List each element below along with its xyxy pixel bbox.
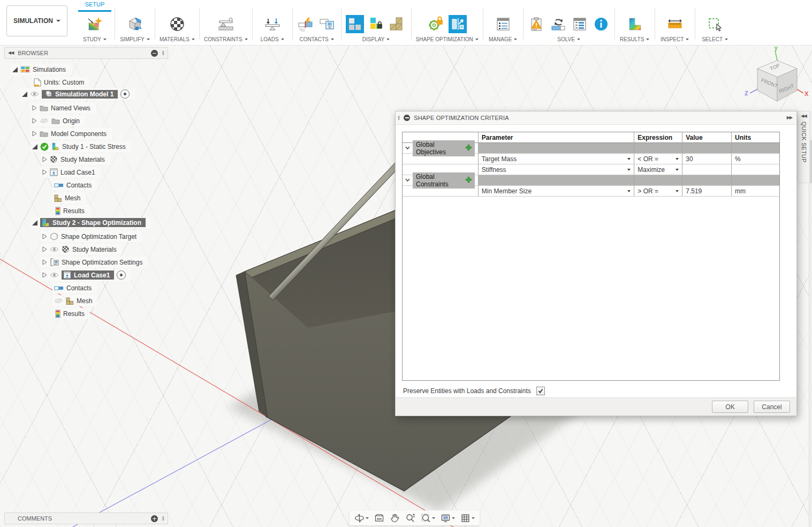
tree-row-mesh-study1[interactable]: Mesh [52, 192, 86, 204]
display-settings-button[interactable] [439, 512, 457, 524]
eye-off-icon[interactable] [54, 298, 63, 304]
loads-menu[interactable]: LOADS [261, 36, 284, 42]
shape-optimization-menu[interactable]: SHAPE OPTIMIZATION [416, 36, 479, 42]
expression-dropdown[interactable]: Maximize [634, 164, 682, 175]
zoom-button[interactable] [404, 512, 417, 524]
expression-dropdown[interactable]: > OR = [634, 186, 682, 197]
expander-closed-icon[interactable] [42, 272, 47, 278]
expander-closed-icon[interactable] [32, 131, 37, 137]
tree-row-named-views[interactable]: Named Views [31, 102, 96, 114]
contacts-menu[interactable]: CONTACTS [299, 36, 333, 42]
value-field[interactable]: 30 [682, 154, 731, 164]
browser-header[interactable]: ◀◀ BROWSER ‖ [4, 47, 168, 59]
value-field[interactable]: 7.519 [682, 186, 731, 197]
measure-icon[interactable] [666, 15, 684, 33]
eye-icon[interactable] [50, 246, 59, 252]
materials-icon[interactable] [168, 15, 186, 33]
dialog-titlebar[interactable]: ‖ SHAPE OPTIMIZATION CRITERIA ▶▶ [396, 111, 796, 125]
group-chevron-icon[interactable] [405, 177, 411, 184]
eye-icon[interactable] [50, 272, 59, 278]
tree-row-contacts-study1[interactable]: Contacts [52, 179, 97, 191]
group-chevron-icon[interactable] [405, 145, 411, 152]
inspect-menu[interactable]: INSPECT [661, 36, 689, 42]
simplify-menu[interactable]: SIMPLIFY [120, 36, 150, 42]
tree-row-results-study1[interactable]: Results [54, 205, 90, 216]
eye-icon[interactable] [30, 91, 39, 97]
degrees-of-freedom-icon[interactable] [367, 15, 385, 33]
materials-menu[interactable]: MATERIALS [160, 36, 195, 42]
zoom-window-button[interactable] [419, 512, 437, 524]
contacts-icon[interactable] [297, 15, 315, 33]
constraints-icon[interactable] [217, 15, 235, 33]
new-study-icon[interactable] [86, 15, 104, 33]
expander-closed-icon[interactable] [32, 118, 37, 124]
constraints-menu[interactable]: CONSTRAINTS [204, 36, 248, 42]
comments-bar[interactable]: COMMENTS ‖ [4, 513, 168, 524]
quick-setup-tab[interactable]: ◀◀ QUICK SETUP [798, 111, 810, 183]
browser-grip[interactable]: ‖ [162, 50, 164, 56]
solve-details-icon[interactable] [571, 15, 589, 33]
manage-menu[interactable]: MANAGE [489, 36, 517, 42]
expression-dropdown[interactable]: < OR = [634, 154, 682, 164]
collapse-browser-icon[interactable]: ◀◀ [8, 51, 13, 55]
cancel-button[interactable]: Cancel [754, 401, 790, 413]
mesh-display-icon[interactable] [389, 15, 407, 33]
loads-icon[interactable] [263, 15, 282, 33]
tree-row-units[interactable]: Units: Custom [32, 77, 89, 88]
expander-closed-icon[interactable] [42, 169, 47, 175]
orbit-button[interactable] [353, 512, 370, 524]
select-icon[interactable] [706, 15, 724, 33]
expander-open-icon[interactable] [12, 67, 18, 72]
tree-row-model-components[interactable]: Model Components [31, 128, 112, 139]
expander-closed-icon[interactable] [42, 156, 47, 162]
tree-row-study-materials-2[interactable]: Study Materials [41, 244, 122, 255]
tree-row-study-materials-1[interactable]: Study Materials [41, 154, 110, 165]
expander-closed-icon[interactable] [42, 246, 47, 252]
dialog-collapse-icon[interactable] [404, 115, 410, 121]
expander-open-icon[interactable] [32, 144, 37, 149]
dialog-grip[interactable]: ‖ [398, 115, 400, 121]
shape-optimization-criteria-icon[interactable] [449, 15, 467, 33]
expand-quick-setup-icon[interactable]: ◀◀ [801, 114, 806, 118]
expander-closed-icon[interactable] [42, 259, 47, 265]
tree-row-shape-optimization-target[interactable]: Shape Optimization Target [41, 231, 142, 242]
activate-radio-icon[interactable] [120, 89, 130, 99]
look-at-button[interactable] [373, 512, 386, 524]
display-mode-icon[interactable] [346, 15, 364, 33]
add-comment-icon[interactable] [151, 515, 158, 522]
viewcube[interactable]: Y Z X TOP FRONT RIGHT [741, 46, 811, 109]
expander-closed-icon[interactable] [32, 105, 37, 111]
display-menu[interactable]: DISPLAY [362, 36, 390, 42]
simplify-icon[interactable] [126, 15, 144, 33]
tree-row-simulations[interactable]: Simulations [11, 64, 71, 75]
tree-row-mesh-study2[interactable]: Mesh [52, 295, 97, 306]
tree-row-shape-optimization-settings[interactable]: Shape Optimization Settings [41, 257, 148, 268]
browser-hide-icon[interactable] [151, 50, 158, 57]
comments-grip[interactable]: ‖ [162, 516, 164, 522]
value-field[interactable] [682, 164, 731, 175]
expander-closed-icon[interactable] [42, 234, 47, 239]
add-objective-icon[interactable] [466, 145, 472, 152]
preserve-entities-checkbox[interactable] [536, 387, 545, 395]
tree-row-simulation-model-1[interactable]: Simulation Model 1 [20, 88, 135, 100]
results-icon[interactable] [626, 15, 644, 33]
manage-icon[interactable] [494, 15, 512, 33]
parameter-dropdown[interactable]: Min Member Size [478, 186, 634, 197]
solve-icon[interactable] [549, 15, 567, 33]
workspace-selector[interactable]: SIMULATION [6, 5, 67, 36]
select-menu[interactable]: SELECT [702, 36, 728, 42]
eye-off-icon[interactable] [40, 118, 49, 124]
grid-settings-button[interactable] [459, 512, 476, 524]
tree-row-origin[interactable]: Origin [31, 115, 85, 126]
gutter-thumb[interactable] [810, 140, 812, 183]
tree-row-load-case1-study1[interactable]: Load Case1 [41, 167, 101, 178]
expander-open-icon[interactable] [22, 92, 27, 97]
parameter-dropdown[interactable]: Stiffness [478, 164, 634, 175]
tree-row-contacts-study2[interactable]: Contacts [52, 282, 97, 293]
results-menu[interactable]: RESULTS [620, 36, 649, 42]
study-menu[interactable]: STUDY [83, 36, 107, 42]
info-icon[interactable] [592, 15, 610, 33]
tree-row-study-2[interactable]: Study 2 - Shape Optimization [31, 217, 151, 228]
tree-row-results-study2[interactable]: Results [54, 308, 90, 319]
precheck-icon[interactable] [528, 15, 546, 33]
